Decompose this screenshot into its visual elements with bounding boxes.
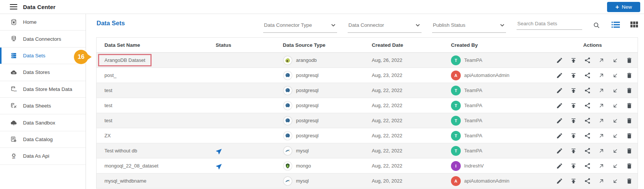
share-icon[interactable] [584,177,591,185]
open-icon[interactable] [598,102,605,109]
share-icon[interactable] [584,57,591,64]
publish-icon[interactable] [570,147,577,155]
edit-icon[interactable] [556,162,563,170]
sidebar-item-label: Data Store Meta Data [23,86,72,92]
created-date-cell: Aug, 22, 2022 [372,118,451,123]
delete-icon[interactable] [626,102,633,109]
open-icon[interactable] [598,147,605,155]
delete-icon[interactable] [626,57,633,64]
import-icon[interactable] [612,132,619,140]
publish-icon[interactable] [570,57,577,64]
sidebar-item-data-as-api[interactable]: API Data As Api [0,148,86,164]
sidebar-item-data-sandbox[interactable]: Data Sandbox [0,114,86,131]
publish-icon[interactable] [570,117,577,124]
open-icon[interactable] [598,162,605,170]
open-icon[interactable] [598,132,605,140]
sidebar-item-data-stores[interactable]: Data Stores [0,64,86,81]
open-icon[interactable] [598,177,605,185]
list-view-icon[interactable] [612,19,620,29]
table-row: mongoql_22_08_dataset mongo Aug, 22, 202… [97,158,638,174]
delete-icon[interactable] [626,87,633,94]
edit-icon[interactable] [556,132,563,140]
created-by-cell: T TeamPA [451,131,550,141]
creator-name: apiAutomationAdmin [464,72,509,78]
publish-icon[interactable] [570,72,577,79]
menu-icon[interactable] [10,4,17,9]
new-button[interactable]: + New [607,2,640,12]
dataset-name-cell: mongoql_22_08_dataset [97,163,215,169]
import-icon[interactable] [612,57,619,64]
import-icon[interactable] [612,72,619,79]
publish-status-dropdown[interactable]: Publish Status [432,19,506,33]
status-cell [215,72,283,79]
import-icon[interactable] [612,177,619,185]
data-source-label: postgresql [296,72,319,78]
publish-icon[interactable] [570,177,577,185]
import-icon[interactable] [612,102,619,109]
delete-icon[interactable] [626,117,633,124]
cloud-database-icon [10,69,17,76]
data-connector-dropdown[interactable]: Data Connector [348,19,422,33]
grid-view-icon[interactable] [630,19,638,29]
delete-icon[interactable] [626,162,633,170]
creator-name: TeamPA [464,88,482,93]
database-code-icon: </> [10,85,17,93]
publish-icon[interactable] [570,162,577,170]
publish-icon[interactable] [570,102,577,109]
edit-icon[interactable] [556,57,563,64]
publish-icon[interactable] [570,132,577,140]
import-icon[interactable] [612,147,619,155]
edit-icon[interactable] [556,177,563,185]
data-source-chip [284,132,292,140]
delete-icon[interactable] [626,147,633,155]
share-icon[interactable] [584,162,591,170]
sidebar-item-data-store-meta-data[interactable]: </> Data Store Meta Data [0,81,86,98]
avatar: A [451,176,461,186]
share-icon[interactable] [584,147,591,155]
edit-icon[interactable] [556,117,563,124]
data-source-cell: postgresql [283,101,372,110]
edit-icon[interactable] [556,147,563,155]
share-icon[interactable] [584,117,591,124]
table-row: test postgresql Aug, 22, 2022 T TeamPA [97,98,638,113]
delete-icon[interactable] [626,72,633,79]
open-icon[interactable] [598,57,605,64]
sidebar-item-data-sets[interactable]: Data Sets [0,48,86,64]
table-row: mysql_withdbname mysql Aug, 20, 2022 A a… [97,174,638,189]
status-cell [215,162,283,170]
share-icon[interactable] [584,102,591,109]
import-icon[interactable] [612,162,619,170]
search-input[interactable] [517,21,581,26]
dataset-name-cell: Test without db [97,148,215,154]
filter-bar: Data Connector Type Data Connector Publi… [263,19,638,33]
table-row: test postgresql Aug, 22, 2022 T TeamPA [97,113,638,128]
edit-icon[interactable] [556,102,563,109]
sidebar-item-label: Data Catalog [23,137,53,142]
delete-icon[interactable] [626,177,633,185]
import-icon[interactable] [612,117,619,124]
delete-icon[interactable] [626,132,633,140]
data-source-chip [284,162,292,170]
edit-icon[interactable] [556,72,563,79]
status-cell [215,177,283,185]
sidebar-item-label: Home [23,19,37,25]
open-icon[interactable] [598,117,605,124]
share-icon[interactable] [584,72,591,79]
sidebar-item-home[interactable]: Home [0,14,86,31]
share-icon[interactable] [584,87,591,94]
share-icon[interactable] [584,132,591,140]
import-icon[interactable] [612,87,619,94]
sidebar-item-data-sheets[interactable]: Data Sheets [0,98,86,114]
database-sync-icon [10,102,17,110]
search-icon[interactable] [593,19,600,30]
edit-icon[interactable] [556,87,563,94]
dataset-name-cell: test [97,118,215,123]
main-content: Data Sets Data Connector Type Data Conne… [86,14,644,189]
data-connector-type-dropdown[interactable]: Data Connector Type [263,19,337,33]
table-row: Test without db mysql Aug, 22, 2022 T Te… [97,143,638,158]
sidebar-item-data-connectors[interactable]: Data Connectors [0,31,86,47]
open-icon[interactable] [598,87,605,94]
publish-icon[interactable] [570,87,577,94]
sidebar-item-data-catalog[interactable]: Data Catalog [0,131,86,148]
open-icon[interactable] [598,72,605,79]
